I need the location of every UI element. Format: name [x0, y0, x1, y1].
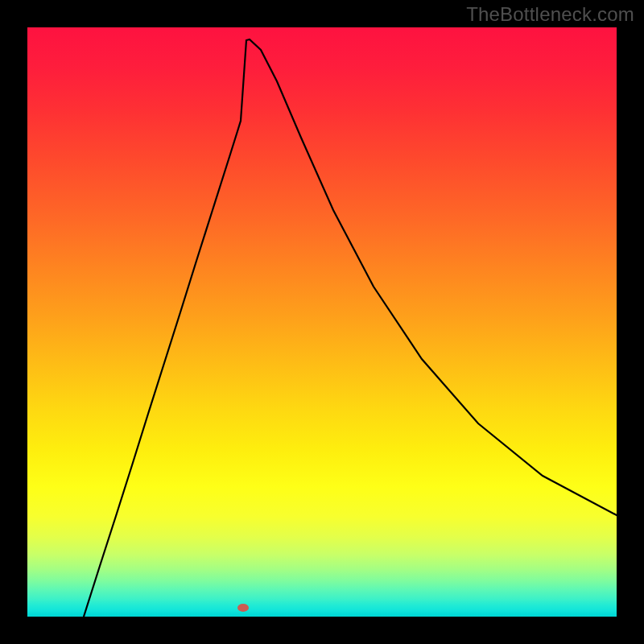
optimal-point-marker — [237, 604, 249, 612]
curve-svg — [27, 27, 617, 617]
plot-area — [27, 27, 617, 617]
chart-frame: TheBottleneck.com — [0, 0, 644, 644]
bottleneck-curve — [84, 39, 617, 617]
watermark-label: TheBottleneck.com — [466, 3, 634, 26]
